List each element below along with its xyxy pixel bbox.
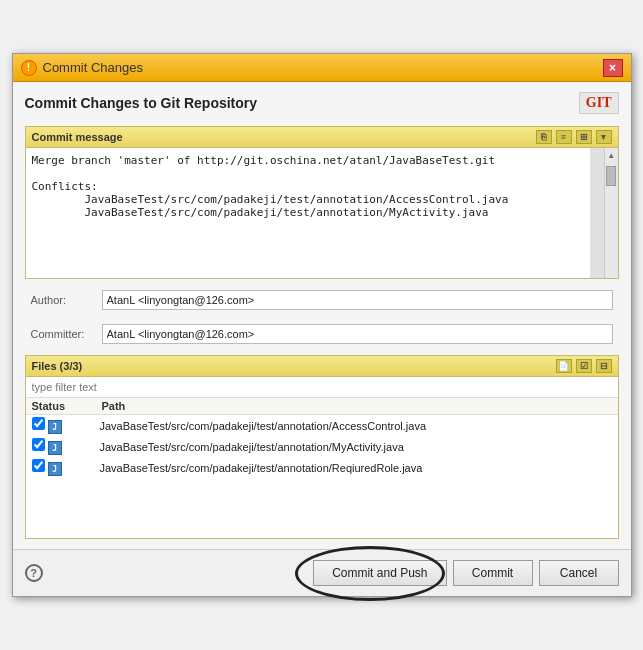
commit-message-input[interactable] [26,148,604,278]
files-section: Files (3/3) 📄 ☑ ⊟ Status Path [25,355,619,539]
status-column-header: Status [26,398,96,415]
help-icon[interactable]: ? [25,564,43,582]
filter-icon[interactable]: ≡ [556,130,572,144]
file-path-cell: JavaBaseTest/src/com/padakeji/test/annot… [96,457,618,478]
cancel-button[interactable]: Cancel [539,560,619,586]
title-bar-left: ! Commit Changes [21,60,143,76]
path-column-header: Path [96,398,618,415]
committer-label: Committer: [31,328,96,340]
file-status-cell: J [26,415,96,437]
commit-message-icons: ⎘ ≡ ⊞ ▾ [536,130,612,144]
commit-message-label: Commit message [32,131,123,143]
file-checkbox[interactable] [32,459,45,472]
file-path-cell: JavaBaseTest/src/com/padakeji/test/annot… [96,436,618,457]
commit-message-header: Commit message ⎘ ≡ ⊞ ▾ [26,127,618,148]
copy-icon[interactable]: ⎘ [536,130,552,144]
author-row: Author: [25,287,619,313]
files-section-icons: 📄 ☑ ⊟ [556,359,612,373]
expand-icon[interactable]: ▾ [596,130,612,144]
author-label: Author: [31,294,96,306]
file-checkbox[interactable] [32,417,45,430]
title-bar: ! Commit Changes × [13,54,631,82]
check-all-icon[interactable]: ☑ [576,359,592,373]
dialog-body: Commit Changes to Git Repository GIT Com… [13,82,631,549]
author-input[interactable] [102,290,613,310]
scroll-up-icon[interactable]: ▲ [607,150,615,162]
warning-icon: ! [21,60,37,76]
page-title: Commit Changes to Git Repository [25,95,258,111]
files-section-header: Files (3/3) 📄 ☑ ⊟ [26,356,618,377]
committer-row: Committer: [25,321,619,347]
files-table: Status Path J JavaBaseTest/src/com/padak… [26,398,618,478]
java-file-icon: J [48,420,62,434]
filter-input[interactable] [26,377,618,398]
committer-input[interactable] [102,324,613,344]
close-button[interactable]: × [603,59,623,77]
file-status-cell: J [26,457,96,478]
commit-button[interactable]: Commit [453,560,533,586]
java-file-icon: J [48,441,62,455]
commit-changes-dialog: ! Commit Changes × Commit Changes to Git… [12,53,632,597]
table-row: J JavaBaseTest/src/com/padakeji/test/ann… [26,415,618,437]
table-row: J JavaBaseTest/src/com/padakeji/test/ann… [26,436,618,457]
footer-buttons: Commit and Push Commit Cancel [313,560,618,586]
grid-icon[interactable]: ⊞ [576,130,592,144]
file-status-cell: J [26,436,96,457]
file-icon[interactable]: 📄 [556,359,572,373]
scrollbar[interactable]: ▲ [604,148,618,278]
commit-push-wrapper: Commit and Push [313,560,446,586]
message-wrapper: ▲ [26,148,618,278]
java-file-icon: J [48,462,62,476]
dialog-header: Commit Changes to Git Repository GIT [25,92,619,114]
dialog-title: Commit Changes [43,60,143,75]
scroll-thumb[interactable] [606,166,616,186]
commit-message-section: Commit message ⎘ ≡ ⊞ ▾ ▲ [25,126,619,279]
footer-left: ? [25,564,43,582]
git-logo: GIT [579,92,619,114]
commit-and-push-button[interactable]: Commit and Push [313,560,446,586]
collapse-icon[interactable]: ⊟ [596,359,612,373]
files-label: Files (3/3) [32,360,83,372]
file-path-cell: JavaBaseTest/src/com/padakeji/test/annot… [96,415,618,437]
file-checkbox[interactable] [32,438,45,451]
bottom-empty-space [26,478,618,538]
table-row: J JavaBaseTest/src/com/padakeji/test/ann… [26,457,618,478]
dialog-footer: ? Commit and Push Commit Cancel [13,549,631,596]
